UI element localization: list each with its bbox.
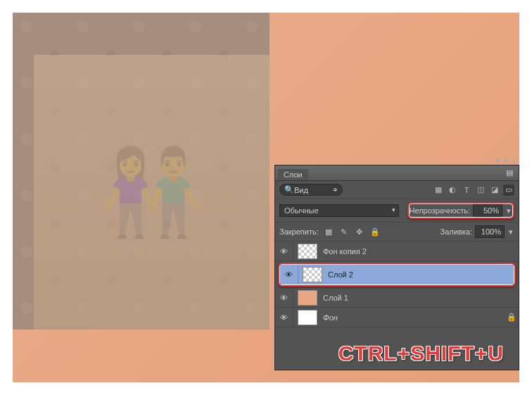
shortcut-overlay-text: CTRL+SHIFT+U	[338, 341, 504, 365]
layer-thumbnail[interactable]	[298, 290, 317, 306]
lock-pixels-icon[interactable]: ✎	[338, 226, 350, 237]
fill-label: Заливка:	[441, 227, 472, 236]
chevron-down-icon: ≑	[333, 187, 338, 193]
blend-row: Обычные Непрозрачность: ▾	[275, 199, 519, 222]
opacity-input[interactable]	[473, 204, 502, 217]
layer-row[interactable]: 👁 Слой 1	[275, 288, 519, 308]
fill-dropdown-icon[interactable]: ▾	[507, 226, 514, 237]
filter-toggle-icon[interactable]: ▭	[503, 184, 514, 196]
selected-layer-highlight: 👁 Слой 2	[278, 263, 516, 287]
filter-type-icon[interactable]: T	[461, 184, 472, 196]
filter-smart-icon[interactable]: ◪	[489, 184, 500, 196]
layer-row[interactable]: 👁 Слой 2	[280, 265, 514, 284]
visibility-toggle[interactable]: 👁	[275, 308, 293, 327]
lock-position-icon[interactable]: ✥	[354, 226, 365, 237]
layer-name-label[interactable]: Слой 1	[322, 294, 505, 302]
collapse-icon[interactable]: ◄◄	[493, 156, 509, 164]
panel-window-controls: ◄◄ ×	[493, 156, 516, 164]
visibility-toggle[interactable]: 👁	[275, 288, 293, 307]
lock-row: Закрепить: ▩ ✎ ✥ 🔒 Заливка: ▾	[275, 222, 519, 242]
blend-mode-select[interactable]: Обычные	[279, 204, 399, 217]
document-canvas: ◄◄ × Слои ▤ 🔍 ≑ ▦ ◐ T ◫ ◪ ▭ Обычные	[13, 13, 519, 382]
lock-all-icon[interactable]: 🔒	[369, 226, 381, 237]
layer-thumbnail[interactable]	[298, 310, 317, 325]
close-icon[interactable]: ×	[512, 156, 516, 164]
filter-type-input[interactable]	[294, 186, 329, 194]
filter-icon-group: ▦ ◐ T ◫ ◪ ▭	[433, 184, 514, 196]
layer-lock-indicator: 🔒	[505, 313, 519, 322]
layer-name-label[interactable]: Слой 2	[327, 270, 500, 279]
layer-filter-select[interactable]: 🔍 ≑	[279, 184, 343, 196]
filter-pixel-icon[interactable]: ▦	[433, 184, 444, 196]
layer-name-label[interactable]: Фон копия 2	[322, 247, 505, 256]
fill-input[interactable]	[475, 225, 505, 238]
filter-row: 🔍 ≑ ▦ ◐ T ◫ ◪ ▭	[275, 181, 519, 199]
opacity-label: Непрозрачность:	[410, 206, 470, 215]
panel-tab-layers[interactable]: Слои	[278, 168, 308, 180]
layer-thumbnail[interactable]	[298, 244, 317, 259]
photo-content	[34, 55, 270, 330]
layer-row[interactable]: 👁 Фон 🔒	[275, 308, 519, 327]
layers-panel: ◄◄ × Слои ▤ 🔍 ≑ ▦ ◐ T ◫ ◪ ▭ Обычные	[274, 165, 519, 370]
opacity-highlight: Непрозрачность: ▾	[407, 202, 514, 219]
layer-name-label[interactable]: Фон	[322, 313, 505, 322]
lock-transparency-icon[interactable]: ▩	[323, 226, 334, 237]
panel-menu-icon[interactable]: ▤	[503, 168, 516, 177]
filter-adjustment-icon[interactable]: ◐	[447, 184, 458, 196]
visibility-toggle[interactable]: 👁	[280, 265, 298, 284]
visibility-toggle[interactable]: 👁	[275, 242, 293, 261]
lock-label: Закрепить:	[279, 227, 319, 236]
layer-thumbnail[interactable]	[303, 267, 322, 282]
panel-header: Слои ▤	[275, 165, 519, 181]
opacity-dropdown-icon[interactable]: ▾	[505, 205, 512, 216]
layer-row[interactable]: 👁 Фон копия 2	[275, 242, 519, 261]
search-icon: 🔍	[284, 185, 294, 194]
filter-shape-icon[interactable]: ◫	[475, 184, 486, 196]
layers-list: 👁 Фон копия 2 👁 Слой 2 👁 Слой 1	[275, 242, 519, 327]
